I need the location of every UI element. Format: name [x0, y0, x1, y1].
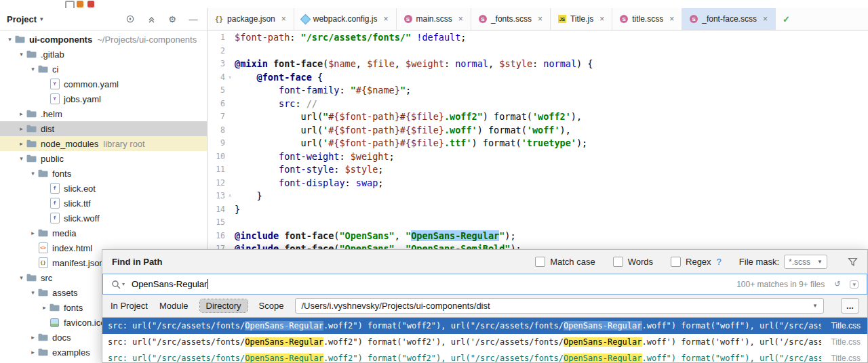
expand-arrow-icon[interactable]: ▸	[28, 334, 37, 341]
search-icon[interactable]: ▾	[111, 280, 125, 289]
open-in-find-window-icon[interactable]: ▾	[850, 280, 859, 289]
search-refresh-icon[interactable]: ↺	[834, 280, 840, 289]
browse-directory-button[interactable]: ...	[841, 298, 859, 314]
tree-item-label: .helm	[41, 109, 62, 119]
project-view-dropdown-icon[interactable]: ▾	[40, 16, 43, 22]
inspections-ok-icon[interactable]: ✓	[783, 14, 790, 24]
close-tab-icon[interactable]: ×	[599, 14, 604, 24]
project-panel-title[interactable]: Project	[7, 14, 37, 24]
collapse-arrow-icon[interactable]: ▾	[17, 155, 26, 162]
collapse-arrow-icon[interactable]: ▾	[17, 274, 26, 281]
expand-arrow-icon[interactable]: ▸	[17, 125, 26, 132]
tree-item-media[interactable]: ▸media	[0, 226, 207, 240]
hide-panel-icon[interactable]: —	[188, 14, 199, 24]
regex-option[interactable]: Regex ?	[671, 257, 722, 267]
toolbar-red-icon[interactable]	[87, 1, 94, 7]
close-tab-icon[interactable]: ×	[763, 14, 768, 24]
code-line: 10 font-weight: $weight;	[208, 150, 868, 164]
expand-arrow-icon[interactable]: ▸	[40, 304, 49, 311]
search-history-arrow-icon[interactable]: ▾	[122, 281, 125, 287]
scope-scope[interactable]: Scope	[259, 301, 284, 311]
scope-module[interactable]: Module	[159, 301, 189, 311]
regex-help-link[interactable]: ?	[717, 257, 722, 267]
fold-marker-icon[interactable]: ∨	[225, 71, 235, 85]
tab-title-scss[interactable]: Stitle.scss×	[612, 8, 682, 30]
line-number: 6	[208, 98, 225, 111]
tree-item-ci[interactable]: ▾ci	[0, 62, 207, 77]
tree-item--helm[interactable]: ▸.helm	[0, 106, 207, 121]
expand-arrow-icon[interactable]: ▸	[28, 230, 37, 236]
expand-arrow-icon[interactable]: ▸	[17, 140, 26, 147]
result-row[interactable]: src: url("/src/assets/fonts/OpenSans-Reg…	[102, 318, 867, 334]
tree-item-fonts[interactable]: ▾fonts	[0, 166, 207, 181]
locate-file-icon[interactable]	[125, 14, 136, 24]
tree-item-label: ci	[52, 64, 58, 74]
match-case-label: Match case	[550, 257, 595, 267]
line-number: 8	[208, 124, 225, 137]
result-row[interactable]: src: url("/src/assets/fonts/OpenSans-Reg…	[102, 334, 867, 350]
tree-item-slick-ttf[interactable]: fslick.ttf	[0, 196, 207, 211]
code-line: 11 font-style: $style;	[208, 163, 868, 177]
close-tab-icon[interactable]: ×	[458, 14, 463, 24]
font-file-icon: f	[49, 198, 60, 209]
regex-checkbox[interactable]	[671, 257, 681, 267]
toolbar-orange-icon[interactable]	[77, 1, 83, 7]
collapse-arrow-icon[interactable]: ▾	[28, 289, 37, 296]
collapse-arrow-icon[interactable]: ▾	[28, 170, 37, 177]
file-mask-combo[interactable]: *.scss ▼	[784, 255, 827, 269]
settings-gear-icon[interactable]: ⚙	[167, 14, 178, 24]
words-checkbox[interactable]	[613, 257, 623, 267]
directory-path-combo[interactable]: /Users/i.vyshnevsky/Projects/ui-componen…	[295, 298, 824, 314]
json-file-icon: {}	[37, 257, 49, 268]
tree-item-ui-components[interactable]: ▾ui-components~/Projects/ui-components	[0, 32, 207, 47]
fold-spacer	[225, 216, 235, 230]
search-field[interactable]: ▾ OpenSans-Regular 100+ matches in 9+ fi…	[102, 274, 867, 295]
tree-item-jobs-yaml[interactable]: Yjobs.yaml	[0, 91, 207, 106]
tab--fonts-scss[interactable]: S_fonts.scss×	[471, 8, 551, 30]
tree-item-dist[interactable]: ▸dist	[0, 121, 207, 136]
tree-item-slick-eot[interactable]: fslick.eot	[0, 181, 207, 196]
line-number: 4	[208, 71, 225, 85]
words-option[interactable]: Words	[613, 257, 653, 267]
tree-item-slick-woff[interactable]: fslick.woff	[0, 211, 207, 226]
filter-funnel-icon[interactable]	[848, 257, 858, 267]
code-text: font-style: $style;	[235, 163, 384, 177]
tree-item-label: favicon.ico	[64, 318, 105, 328]
folder-icon	[37, 333, 49, 341]
fold-marker-icon[interactable]: ∧	[225, 190, 235, 203]
collapse-arrow-icon[interactable]: ▾	[17, 51, 26, 58]
code-line: 12 font-display: swap;	[208, 177, 868, 190]
tree-item--gitlab[interactable]: ▾.gitlab	[0, 47, 207, 62]
collapse-arrow-icon[interactable]: ▾	[5, 36, 14, 43]
scope-in-project[interactable]: In Project	[111, 301, 148, 311]
match-case-checkbox[interactable]	[535, 257, 545, 267]
tree-item-common-yaml[interactable]: Ycommon.yaml	[0, 77, 207, 91]
tree-item-node-modules[interactable]: ▸node_moduleslibrary root	[0, 136, 207, 151]
tab-webpack-config-js[interactable]: webpack.config.js×	[294, 8, 397, 30]
result-file-label: Title.css	[821, 354, 867, 362]
close-tab-icon[interactable]: ×	[669, 14, 674, 24]
result-preview: src: url("/src/assets/fonts/OpenSans-Reg…	[108, 354, 821, 362]
file-mask-option[interactable]: File mask: *.scss ▼	[739, 255, 827, 269]
folder-icon	[37, 229, 49, 237]
close-tab-icon[interactable]: ×	[538, 14, 542, 24]
result-row[interactable]: src: url("/src/assets/fonts/OpenSans-Reg…	[102, 350, 867, 362]
fold-spacer	[225, 137, 235, 150]
code-line: 16@include font-face("OpenSans", "OpenSa…	[208, 230, 868, 243]
close-tab-icon[interactable]: ×	[281, 14, 286, 24]
collapse-all-icon[interactable]	[146, 14, 157, 24]
yaml-file-icon: Y	[49, 79, 60, 89]
tab--font-face-scss[interactable]: S_font-face.scss×	[682, 8, 776, 30]
match-case-option[interactable]: Match case	[535, 257, 595, 267]
scope-directory[interactable]: Directory	[200, 299, 248, 312]
tab-package-json[interactable]: {}package.json×	[208, 8, 294, 30]
tab-main-scss[interactable]: Smain.scss×	[397, 8, 471, 30]
tab-title-js[interactable]: JSTitle.js×	[551, 8, 612, 30]
close-tab-icon[interactable]: ×	[384, 14, 389, 24]
project-panel-header: Project ▾ ⚙ —	[0, 8, 207, 30]
tree-item-public[interactable]: ▾public	[0, 151, 207, 166]
expand-arrow-icon[interactable]: ▸	[28, 349, 37, 356]
collapse-arrow-icon[interactable]: ▾	[28, 66, 37, 72]
code-line: 4∨ @font-face {	[208, 71, 868, 85]
expand-arrow-icon[interactable]: ▸	[17, 110, 26, 117]
